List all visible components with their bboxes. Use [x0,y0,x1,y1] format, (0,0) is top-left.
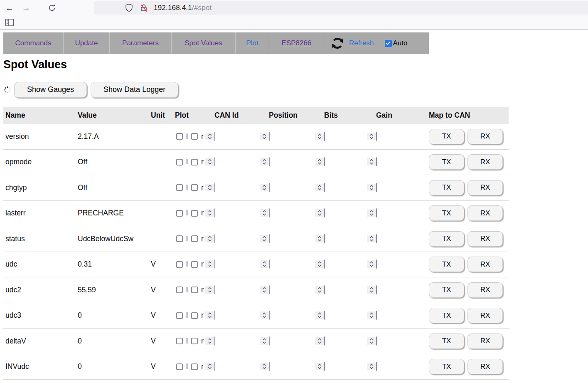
tx-button[interactable]: TX [429,180,464,195]
position-input[interactable] [269,234,270,243]
plot-right-checkbox[interactable] [191,210,198,217]
bits-input[interactable] [324,285,325,294]
bits-input[interactable] [324,259,325,269]
can-id-input[interactable] [214,132,215,141]
number-spinner[interactable] [315,158,324,166]
shield-icon[interactable] [124,3,134,13]
number-spinner[interactable] [205,133,214,140]
can-id-input[interactable] [214,259,215,269]
rx-button[interactable]: RX [467,334,503,349]
plot-left-checkbox[interactable] [176,261,183,268]
position-input[interactable] [269,259,270,269]
number-spinner[interactable] [205,158,214,166]
number-spinner[interactable] [315,133,324,140]
bits-input[interactable] [324,311,325,320]
number-spinner[interactable] [205,286,214,294]
bits-input[interactable] [324,183,325,192]
tx-button[interactable]: TX [429,257,464,272]
plot-right-checkbox[interactable] [191,338,198,344]
number-spinner[interactable] [367,235,376,242]
number-spinner[interactable] [367,286,376,294]
insecure-lock-icon[interactable] [139,3,149,13]
number-spinner[interactable] [315,311,324,319]
rx-button[interactable]: RX [467,231,503,247]
bits-input[interactable] [324,362,325,371]
plot-right-checkbox[interactable] [191,133,198,140]
plot-left-checkbox[interactable] [176,184,183,191]
can-id-input[interactable] [214,362,215,371]
plot-left-checkbox[interactable] [176,363,183,370]
number-spinner[interactable] [260,337,269,345]
number-spinner[interactable] [260,133,269,140]
number-spinner[interactable] [367,363,376,370]
plot-right-checkbox[interactable] [191,287,198,293]
rx-button[interactable]: RX [467,359,503,374]
position-input[interactable] [269,157,270,166]
number-spinner[interactable] [205,260,214,268]
gain-input[interactable] [376,259,377,269]
gain-input[interactable] [376,285,377,294]
number-spinner[interactable] [367,133,376,140]
plot-right-checkbox[interactable] [191,261,198,268]
number-spinner[interactable] [315,235,324,242]
rx-button[interactable]: RX [467,129,503,144]
number-spinner[interactable] [260,311,269,319]
nav-link[interactable]: Update [75,39,98,47]
plot-left-checkbox[interactable] [176,159,183,166]
plot-left-checkbox[interactable] [176,210,183,217]
tx-button[interactable]: TX [429,334,464,349]
plot-left-checkbox[interactable] [176,312,183,319]
can-id-input[interactable] [214,183,215,192]
number-spinner[interactable] [205,235,214,242]
number-spinner[interactable] [315,184,324,191]
show-data-logger-button[interactable]: Show Data Logger [91,82,178,98]
plot-left-checkbox[interactable] [176,133,183,140]
number-spinner[interactable] [260,286,269,294]
gain-input[interactable] [376,208,377,217]
gain-input[interactable] [376,234,377,243]
tx-button[interactable]: TX [429,282,464,298]
bits-input[interactable] [324,336,325,346]
forward-button[interactable]: → [19,2,33,14]
number-spinner[interactable] [260,363,269,370]
gain-input[interactable] [376,362,377,371]
plot-right-checkbox[interactable] [191,235,198,242]
number-spinner[interactable] [205,337,214,345]
rx-button[interactable]: RX [467,154,503,170]
gain-input[interactable] [376,311,377,320]
gain-input[interactable] [376,132,377,141]
number-spinner[interactable] [367,337,376,345]
plot-right-checkbox[interactable] [191,159,198,166]
gain-input[interactable] [376,183,377,192]
gain-input[interactable] [376,157,377,166]
tx-button[interactable]: TX [429,359,464,374]
number-spinner[interactable] [315,337,324,345]
rx-button[interactable]: RX [467,308,503,323]
number-spinner[interactable] [367,311,376,319]
can-id-input[interactable] [214,208,215,217]
refresh-link[interactable]: Refresh [349,39,374,47]
tx-button[interactable]: TX [429,129,464,144]
rx-button[interactable]: RX [467,257,503,272]
auto-checkbox[interactable] [385,40,392,47]
position-input[interactable] [269,285,270,294]
rx-button[interactable]: RX [467,282,503,298]
reload-button[interactable] [45,2,59,14]
can-id-input[interactable] [214,336,215,346]
can-id-input[interactable] [214,311,215,320]
number-spinner[interactable] [367,260,376,268]
refresh-icon[interactable] [330,36,345,51]
number-spinner[interactable] [205,311,214,319]
back-button[interactable]: ← [2,2,17,14]
can-id-input[interactable] [214,285,215,294]
number-spinner[interactable] [260,158,269,166]
can-id-input[interactable] [214,234,215,243]
number-spinner[interactable] [367,209,376,217]
nav-link[interactable]: Parameters [122,39,159,47]
position-input[interactable] [269,183,270,192]
plot-right-checkbox[interactable] [191,184,198,191]
number-spinner[interactable] [260,260,269,268]
nav-link[interactable]: ESP8266 [282,39,312,47]
number-spinner[interactable] [315,363,324,370]
tx-button[interactable]: TX [429,154,464,170]
